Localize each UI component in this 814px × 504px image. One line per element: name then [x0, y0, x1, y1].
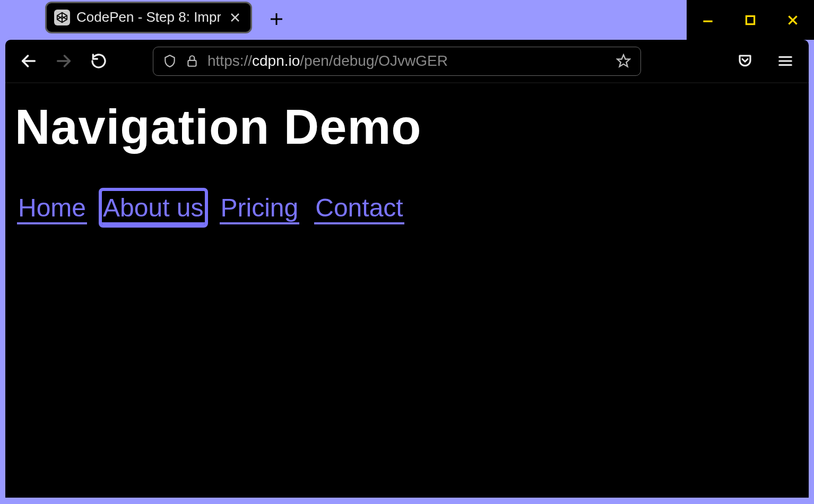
nav-link-contact[interactable]: Contact — [314, 191, 404, 224]
browser-tab[interactable]: CodePen - Step 8: Improve focu — [45, 2, 252, 33]
toolbar-right — [732, 48, 798, 74]
close-window-button[interactable] — [777, 4, 809, 36]
codepen-icon — [54, 10, 70, 25]
minimize-button[interactable] — [692, 4, 724, 36]
shield-icon — [163, 54, 177, 68]
close-tab-button[interactable] — [227, 10, 243, 25]
menu-button[interactable] — [773, 48, 798, 74]
browser-window: CodePen - Step 8: Improve focu — [0, 0, 814, 504]
bookmark-star-icon[interactable] — [616, 54, 631, 68]
nav-link-home[interactable]: Home — [17, 191, 87, 224]
svg-rect-13 — [188, 60, 196, 66]
back-button[interactable] — [16, 48, 41, 74]
tab-title: CodePen - Step 8: Improve focu — [76, 9, 221, 25]
window-controls — [687, 0, 814, 40]
svg-rect-8 — [746, 16, 754, 24]
pocket-icon[interactable] — [732, 48, 758, 74]
reload-button[interactable] — [86, 48, 111, 74]
maximize-button[interactable] — [734, 4, 766, 36]
lock-icon — [185, 54, 199, 68]
nav-link-pricing[interactable]: Pricing — [220, 191, 300, 224]
page-title: Navigation Demo — [15, 99, 799, 155]
address-bar[interactable]: https://cdpn.io/pen/debug/OJvwGER — [153, 47, 641, 76]
forward-button[interactable] — [51, 48, 76, 74]
url-domain: cdpn.io — [252, 53, 300, 69]
svg-marker-14 — [617, 55, 629, 66]
main-nav: Home About us Pricing Contact — [15, 191, 799, 224]
tab-strip: CodePen - Step 8: Improve focu — [0, 0, 289, 34]
url-path: /pen/debug/OJvwGER — [300, 53, 448, 69]
new-tab-button[interactable] — [264, 6, 289, 32]
page-content: Navigation Demo Home About us Pricing Co… — [5, 82, 809, 498]
url-prefix: https:// — [207, 53, 252, 69]
nav-link-about[interactable]: About us — [102, 191, 204, 224]
toolbar: https://cdpn.io/pen/debug/OJvwGER — [5, 40, 809, 82]
titlebar: CodePen - Step 8: Improve focu — [0, 0, 814, 40]
url-display: https://cdpn.io/pen/debug/OJvwGER — [207, 53, 448, 69]
